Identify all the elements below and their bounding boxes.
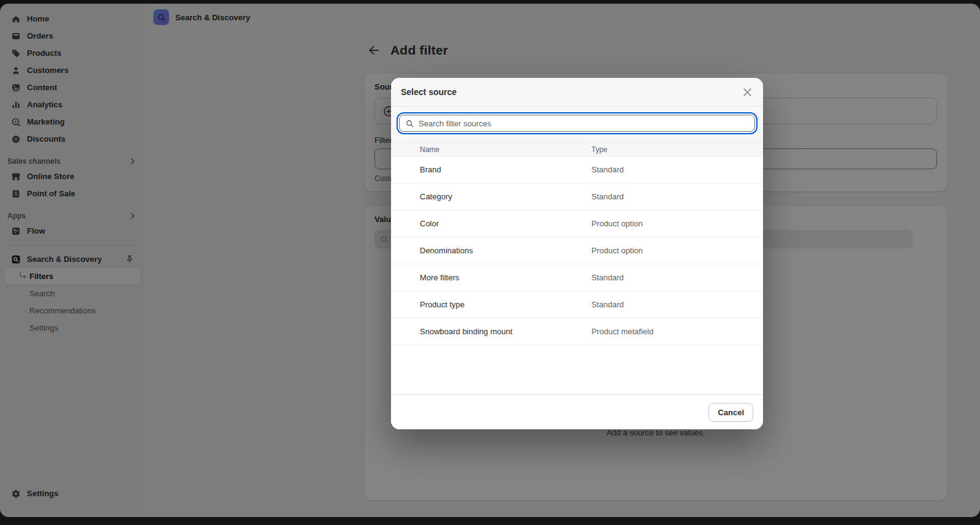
source-row-denominations[interactable]: DenominationsProduct option (391, 237, 763, 264)
source-row-snowboard-binding-mount[interactable]: Snowboard binding mountProduct metafield (391, 318, 763, 345)
source-name: Denominations (420, 246, 591, 255)
cancel-button[interactable]: Cancel (708, 403, 753, 422)
source-name: Brand (420, 165, 591, 174)
table-body: BrandStandardCategoryStandardColorProduc… (391, 156, 763, 394)
modal-header: Select source (391, 78, 763, 107)
source-row-category[interactable]: CategoryStandard (391, 183, 763, 210)
modal-title: Select source (401, 87, 457, 97)
source-row-brand[interactable]: BrandStandard (391, 156, 763, 183)
source-type: Product option (591, 246, 763, 255)
source-type: Standard (591, 273, 763, 282)
column-header-type: Type (591, 145, 763, 154)
column-header-name: Name (420, 145, 591, 154)
source-row-more-filters[interactable]: More filtersStandard (391, 264, 763, 291)
source-name: Snowboard binding mount (420, 327, 591, 336)
search-field (399, 115, 755, 132)
source-type: Standard (591, 165, 763, 174)
modal-search-zone (391, 107, 763, 142)
source-row-color[interactable]: ColorProduct option (391, 210, 763, 237)
source-name: More filters (420, 273, 591, 282)
close-icon[interactable] (742, 86, 753, 98)
source-type: Standard (591, 300, 763, 309)
search-icon (405, 119, 414, 128)
table-header: Name Type (391, 142, 763, 156)
source-type: Product metafield (591, 327, 763, 336)
select-source-modal: Select source Name Type BrandStandardCat… (391, 78, 763, 429)
search-focus-ring (397, 112, 758, 134)
modal-footer: Cancel (391, 394, 763, 429)
source-row-product-type[interactable]: Product typeStandard (391, 291, 763, 318)
source-name: Product type (420, 300, 591, 309)
source-name: Color (420, 219, 591, 228)
source-name: Category (420, 192, 591, 201)
filter-sources-search-input[interactable] (419, 119, 749, 128)
source-type: Product option (591, 219, 763, 228)
source-type: Standard (591, 192, 763, 201)
